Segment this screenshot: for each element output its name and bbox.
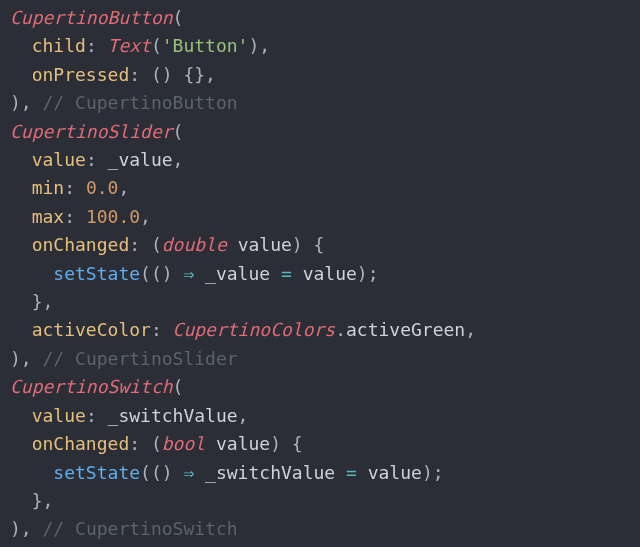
open-paren: ( [173, 7, 184, 28]
class-cupertinocolors: CupertinoColors [173, 319, 336, 340]
type-bool: bool [162, 433, 205, 454]
class-name: CupertinoButton [10, 7, 173, 28]
arrow-op: ⇒ [183, 462, 194, 483]
param-onchanged: onChanged [32, 433, 130, 454]
param-min: min [32, 177, 65, 198]
func-setstate: setState [53, 462, 140, 483]
code-block: CupertinoButton( child: Text('Button'), … [0, 0, 640, 544]
param-activecolor: activeColor [32, 319, 151, 340]
class-name: CupertinoSlider [10, 121, 173, 142]
param-value: value [32, 149, 86, 170]
param-onchanged: onChanged [32, 234, 130, 255]
func-setstate: setState [53, 263, 140, 284]
comment: // CupertinoButton [43, 92, 238, 113]
string-literal: 'Button' [162, 35, 249, 56]
identifier: _value [108, 149, 173, 170]
param-max: max [32, 206, 65, 227]
prop-activegreen: activeGreen [346, 319, 465, 340]
param-id: value [238, 234, 292, 255]
number-literal: 100.0 [86, 206, 140, 227]
class-text: Text [108, 35, 151, 56]
identifier: _switchValue [108, 405, 238, 426]
param-id: value [216, 433, 270, 454]
param-onpressed: onPressed [32, 64, 130, 85]
comment: // CupertinoSlider [43, 348, 238, 369]
type-double: double [162, 234, 227, 255]
comment: // CupertinoSwitch [43, 518, 238, 539]
number-literal: 0.0 [86, 177, 119, 198]
class-name: CupertinoSwitch [10, 376, 173, 397]
param-child: child [32, 35, 86, 56]
arrow-op: ⇒ [183, 263, 194, 284]
param-value: value [32, 405, 86, 426]
